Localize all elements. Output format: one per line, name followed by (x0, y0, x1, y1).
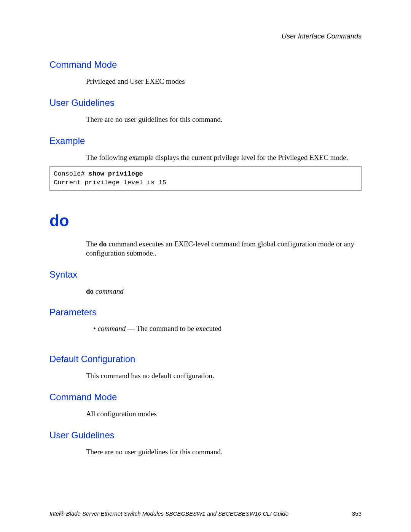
heading-user-guidelines-1: User Guidelines (49, 97, 362, 108)
param-name: command (97, 324, 126, 332)
text-example-intro: The following example displays the curre… (86, 153, 362, 162)
text-default-config: This command has no default configuratio… (86, 371, 362, 380)
page-footer: Intel® Blade Server Ethernet Switch Modu… (49, 510, 362, 517)
text-command-mode-2: All configuration modes (86, 409, 362, 419)
heading-syntax: Syntax (49, 269, 362, 280)
heading-parameters: Parameters (49, 307, 362, 318)
page-content: User Interface Commands Command Mode Pri… (0, 0, 411, 457)
code-command: show privilege (89, 170, 143, 177)
code-prompt: Console# (54, 170, 89, 177)
heading-example: Example (49, 136, 362, 146)
code-output: Current privilege level is 15 (54, 179, 166, 186)
footer-text: Intel® Blade Server Ethernet Switch Modu… (49, 510, 288, 517)
page-number: 353 (352, 510, 362, 517)
heading-do: do (49, 212, 362, 230)
text-syntax: do command (86, 287, 362, 296)
do-desc-post: command executes an EXEC-level command f… (86, 240, 354, 257)
heading-default-config: Default Configuration (49, 354, 362, 364)
param-desc: — The command to be executed (126, 324, 221, 332)
heading-command-mode-1: Command Mode (49, 59, 362, 70)
heading-user-guidelines-2: User Guidelines (49, 430, 362, 441)
code-example: Console# show privilege Current privileg… (49, 166, 362, 191)
heading-command-mode-2: Command Mode (49, 392, 362, 403)
text-command-mode-1: Privileged and User EXEC modes (86, 77, 362, 86)
text-do-desc: The do command executes an EXEC-level co… (86, 240, 362, 258)
syntax-italic: command (94, 287, 124, 295)
text-user-guidelines-2: There are no user guidelines for this co… (86, 447, 362, 457)
text-user-guidelines-1: There are no user guidelines for this co… (86, 115, 362, 124)
do-desc-bold: do (99, 240, 107, 248)
do-desc-pre: The (86, 240, 99, 248)
running-header: User Interface Commands (49, 32, 362, 40)
syntax-bold: do (86, 287, 94, 295)
bullet-parameter: command — The command to be executed (93, 324, 362, 333)
